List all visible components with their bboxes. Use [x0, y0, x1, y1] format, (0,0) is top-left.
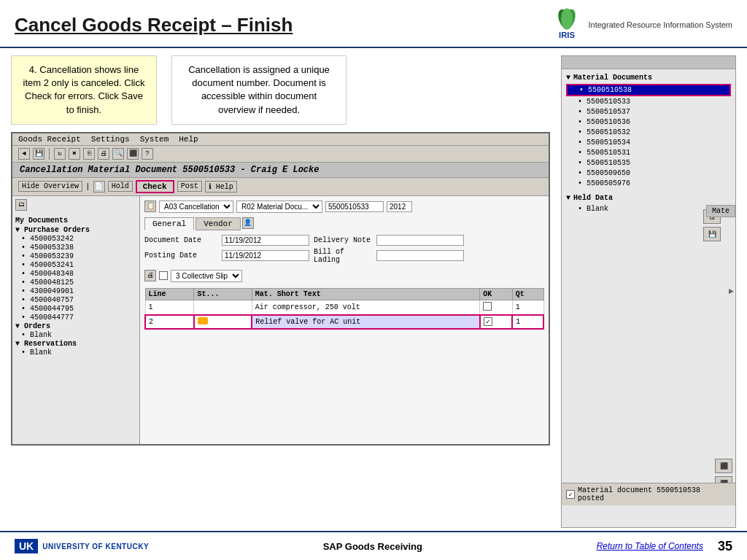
cell-line-2: 2: [145, 315, 194, 329]
reservations-section: ▼ Reservations: [15, 340, 136, 348]
menu-help[interactable]: Help: [179, 135, 198, 144]
doc-date-input[interactable]: [222, 235, 309, 246]
right-panel-header: [562, 56, 735, 69]
save-icon[interactable]: 💾: [33, 148, 44, 160]
cell-ok-2[interactable]: ✓: [480, 315, 513, 329]
hold-button[interactable]: Hold: [108, 181, 133, 192]
printer-icon[interactable]: 🖨: [144, 270, 156, 281]
po-4500044795[interactable]: • 4500044795: [15, 305, 136, 313]
left-panel-icon[interactable]: 🗂: [15, 199, 27, 211]
doc-5500510534[interactable]: • 5500510534: [566, 138, 731, 147]
doc-type-select[interactable]: R02 Material Docu...: [236, 201, 322, 213]
col-mat-text: Mat. Short Text: [252, 288, 480, 300]
scroll-right-icon[interactable]: ►: [729, 287, 734, 297]
sap-toolbar: ◄ 💾 ↻ ✖ ⎘ 🖨 🔍 ⬛ ?: [12, 146, 549, 163]
doc-5500510533[interactable]: • 5500510533: [566, 97, 731, 106]
page-title: Cancel Goods Receipt – Finish: [15, 14, 293, 36]
hide-overview-button[interactable]: Hide Overview: [18, 181, 82, 192]
callout-left-text: 4. Cancellation shows line item 2 only i…: [23, 64, 145, 115]
doc-5500509650[interactable]: • 5500509650: [566, 168, 731, 178]
back-icon[interactable]: ◄: [18, 148, 30, 160]
menu-goods-receipt[interactable]: Goods Receipt: [18, 135, 81, 144]
stop-icon[interactable]: ✖: [69, 148, 80, 160]
year-input[interactable]: [387, 201, 412, 212]
refresh-icon[interactable]: ↻: [54, 148, 66, 160]
po-4300049901[interactable]: • 4300049901: [15, 287, 136, 295]
slip-checkbox[interactable]: [159, 271, 168, 280]
po-4500053241[interactable]: • 4500053241: [15, 261, 136, 269]
uk-logo: UK UNIVERSITY OF KENTUCKY: [15, 539, 149, 553]
doc-date-label: Document Date: [144, 236, 217, 244]
po-4500053239[interactable]: • 4500053239: [15, 252, 136, 260]
find-icon[interactable]: 🔍: [112, 148, 124, 160]
right-panel-footer: ✓ Material document 5500510538 posted: [562, 483, 735, 505]
doc-5500505976[interactable]: • 5500505976: [566, 179, 731, 188]
copy-icon[interactable]: ⎘: [83, 148, 95, 160]
doc-5500510538[interactable]: • 5500510538: [566, 84, 731, 96]
check-button[interactable]: Check: [136, 180, 174, 193]
sap-toolbar-row: 📋 A03 Cancellation R02 Material Docu...: [144, 201, 544, 213]
callout-left: 4. Cancellation shows line item 2 only i…: [11, 55, 157, 125]
bottom-center-text: SAP Goods Receiving: [323, 541, 422, 552]
type-select[interactable]: A03 Cancellation: [159, 201, 233, 213]
doc-5500510535[interactable]: • 5500510535: [566, 158, 731, 168]
po-4500053238[interactable]: • 4500053238: [15, 244, 136, 252]
doc-icon[interactable]: 📄: [93, 181, 105, 192]
svg-text:IRIS: IRIS: [559, 31, 575, 39]
cell-qty-2: 1: [512, 315, 543, 329]
help-button[interactable]: ℹ Help: [205, 181, 237, 192]
doc-number-input[interactable]: [325, 201, 384, 212]
po-4500040757[interactable]: • 4500040757: [15, 296, 136, 304]
uk-text: UNIVERSITY OF KENTUCKY: [42, 542, 149, 551]
menu-system[interactable]: System: [140, 135, 169, 144]
orders-blank[interactable]: • Blank: [15, 331, 136, 339]
bottom-bar: UK UNIVERSITY OF KENTUCKY SAP Goods Rece…: [0, 531, 747, 560]
doc-5500510536[interactable]: • 5500510536: [566, 117, 731, 127]
ok-checkbox-2[interactable]: ✓: [484, 317, 492, 326]
toolbar-sep: [49, 148, 50, 160]
delivery-note-input[interactable]: [376, 235, 464, 246]
triangle-icon-2: ▼: [566, 194, 570, 202]
help2-icon[interactable]: ?: [142, 148, 153, 160]
doc-5500510537[interactable]: • 5500510537: [566, 107, 731, 117]
tab-icon: 👤: [242, 217, 254, 229]
menu-settings[interactable]: Settings: [91, 135, 130, 144]
sap-table: Line St... Mat. Short Text OK Qt 1: [144, 288, 544, 330]
cell-text-1: Air compressor, 250 volt: [252, 300, 480, 315]
main-content: 4. Cancellation shows line item 2 only i…: [0, 48, 747, 535]
nav-icon[interactable]: ⬛: [127, 148, 139, 160]
posting-date-label: Posting Date: [144, 252, 217, 260]
return-link[interactable]: Return to Table of Contents: [597, 541, 703, 551]
doc-5500510532[interactable]: • 5500510532: [566, 128, 731, 137]
orders-section: ▼ Orders: [15, 322, 136, 330]
po-4500048125[interactable]: • 4500048125: [15, 279, 136, 287]
svg-point-3: [561, 9, 573, 30]
bill-of-lading-label: Bill of Lading: [314, 248, 372, 264]
expand-btn[interactable]: ⬛: [715, 459, 732, 473]
footer-text: Material document 5500510538 posted: [578, 486, 731, 502]
status-icon-2: [198, 317, 208, 324]
bill-of-lading-input[interactable]: [376, 250, 464, 261]
slip-row: 🖨 3 Collective Slip: [144, 270, 544, 282]
cell-status-1: [194, 300, 252, 315]
posting-date-input[interactable]: [222, 250, 309, 261]
po-4500053242[interactable]: • 4500053242: [15, 235, 136, 243]
my-documents-title: My Documents: [15, 217, 136, 225]
print-icon[interactable]: 🖨: [98, 148, 109, 160]
tab-general[interactable]: General: [144, 217, 194, 230]
bottom-right: Return to Table of Contents 35: [597, 539, 732, 554]
reservations-blank[interactable]: • Blank: [15, 349, 136, 357]
iris-logo-icon: IRIS: [549, 7, 584, 42]
ok-checkbox-1[interactable]: [483, 302, 492, 311]
table-row: 1 Air compressor, 250 volt 1: [145, 300, 543, 315]
po-4500044777[interactable]: • 4500044777: [15, 314, 136, 322]
save-btn[interactable]: 💾: [703, 227, 721, 241]
slip-select[interactable]: 3 Collective Slip: [171, 270, 242, 282]
sap-body: 🗂 My Documents ▼ Purchase Orders • 45000…: [12, 196, 549, 444]
cell-ok-1[interactable]: [480, 300, 513, 315]
doc-5500510531[interactable]: • 5500510531: [566, 148, 731, 158]
tab-vendor[interactable]: Vendor: [196, 217, 241, 230]
post-button[interactable]: Post: [177, 181, 202, 192]
po-4500048348[interactable]: • 4500048348: [15, 270, 136, 278]
footer-checkbox[interactable]: ✓: [566, 490, 575, 499]
